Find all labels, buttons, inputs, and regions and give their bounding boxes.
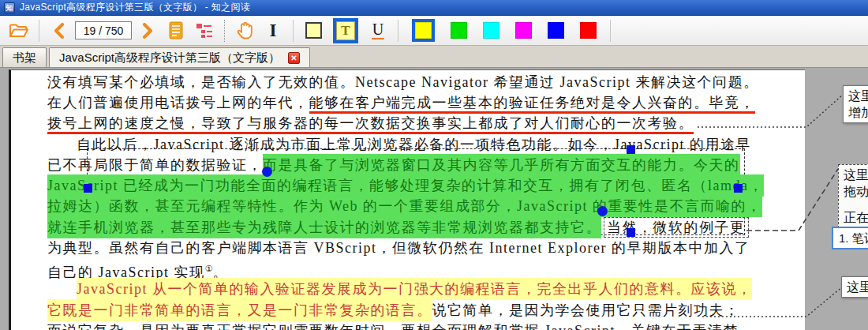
callout-lines: [0, 68, 868, 330]
chevron-left-icon: [54, 23, 65, 39]
document-icon: [168, 21, 184, 40]
note-list-item[interactable]: 1. 笔记: [832, 227, 868, 249]
text-cursor-icon: I: [270, 21, 277, 41]
color-swatch-blue[interactable]: [548, 22, 564, 39]
text-highlight-tool-button[interactable]: T: [334, 18, 357, 43]
tab-close-button[interactable]: ✕: [288, 52, 300, 64]
tab-current-book[interactable]: JavaScript高级程序设计第三版（文字版） ✕: [49, 47, 310, 67]
color-swatch-cyan[interactable]: [483, 22, 499, 39]
document-view-button[interactable]: [164, 18, 188, 43]
page-number-input[interactable]: [75, 21, 132, 39]
color-swatch-yellow[interactable]: [415, 22, 432, 39]
toolbar-separator: [610, 20, 611, 42]
folder-open-icon: [9, 22, 29, 39]
title-bar: 知 JavaScript高级程序设计第三版（文字版） - 知之阅读: [0, 0, 868, 16]
annotation-callout-2[interactable]: 这里 拖动 正在: [838, 164, 868, 228]
annotation-text: 这里: [844, 167, 868, 183]
window-title: JavaScript高级程序设计第三版（文字版） - 知之阅读: [20, 1, 250, 14]
next-page-button[interactable]: [136, 18, 159, 43]
close-icon: ✕: [290, 54, 297, 62]
annotation-text: 正在: [844, 209, 868, 226]
open-file-button[interactable]: [7, 18, 31, 43]
color-swatch-magenta[interactable]: [515, 22, 532, 39]
annotation-text: 这里: [848, 88, 868, 104]
hand-icon: [235, 21, 254, 41]
selection-handle-end[interactable]: [597, 206, 608, 216]
underline-icon: U: [372, 21, 384, 39]
toolbar-separator: [398, 20, 398, 42]
tab-label: 书架: [13, 51, 36, 66]
selection-handle-bottom[interactable]: [627, 228, 635, 237]
spacer: [844, 200, 868, 209]
app-icon: 知: [4, 2, 15, 13]
selection-handle-left[interactable]: [84, 184, 92, 193]
toolbar-separator: [39, 20, 39, 42]
highlight-square-icon: [305, 22, 322, 39]
text-highlight-icon: T: [336, 21, 355, 40]
color-swatch-red[interactable]: [580, 22, 597, 39]
outline-button[interactable]: [193, 18, 216, 43]
toolbar-separator: [224, 20, 225, 42]
annotation-callout-3[interactable]: 这里: [841, 276, 868, 298]
selection-handle-start[interactable]: [262, 167, 272, 177]
toolbar: I T U: [0, 16, 868, 46]
annotation-text: 增加: [848, 104, 868, 121]
selection-handle-top[interactable]: [627, 145, 635, 154]
outline-tree-icon: [196, 22, 213, 39]
selection-handle-right[interactable]: [734, 184, 743, 193]
annotation-callout-1[interactable]: 这里 增加: [843, 85, 868, 123]
color-swatch-green[interactable]: [451, 22, 467, 39]
underline-tool-button[interactable]: U: [366, 18, 390, 43]
highlight-tool-button[interactable]: [301, 18, 325, 43]
note-item-label: 1. 笔记: [839, 230, 868, 246]
tab-bar: 书架 JavaScript高级程序设计第三版（文字版） ✕: [0, 46, 868, 68]
tab-label: JavaScript高级程序设计第三版（文字版）: [59, 51, 280, 66]
reader-content: 没有填写某个必填域，是否输入了无效的值。Netscape Navigator 希…: [0, 68, 868, 330]
tab-bookshelf[interactable]: 书架: [2, 47, 47, 67]
pan-tool-button[interactable]: [233, 18, 256, 43]
chevron-right-icon: [142, 23, 153, 39]
annotation-text: 拖动: [844, 183, 868, 200]
toolbar-separator: [293, 20, 294, 42]
select-text-tool-button[interactable]: I: [261, 18, 285, 43]
annotation-text: 这里: [847, 279, 868, 295]
prev-page-button[interactable]: [47, 18, 71, 43]
